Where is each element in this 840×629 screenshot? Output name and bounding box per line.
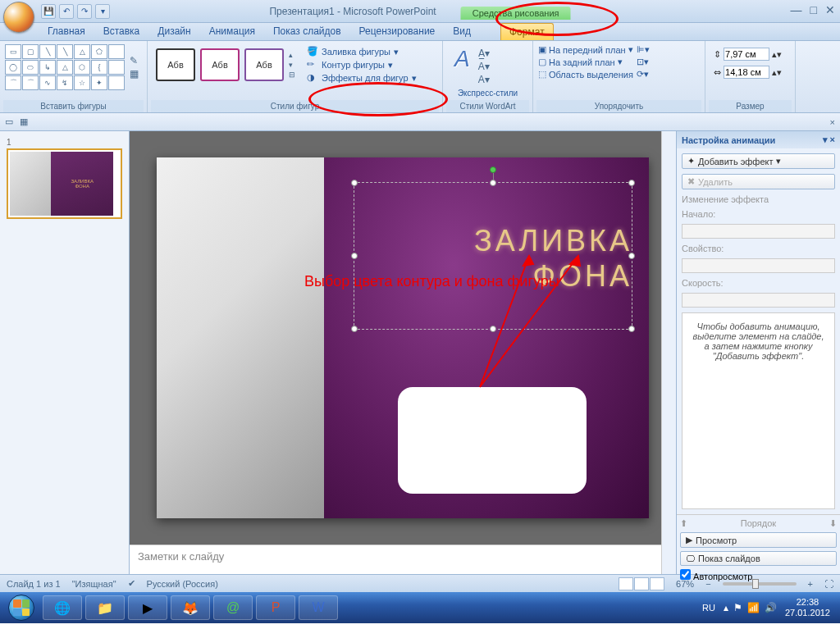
text-fill-icon[interactable]: A̲▾	[478, 48, 490, 59]
remove-effect-button[interactable]: ✖Удалить	[682, 174, 835, 189]
minimize-icon[interactable]: —	[791, 3, 802, 16]
zoom-in-icon[interactable]: +	[808, 579, 813, 589]
tray-flag-icon[interactable]: ⚑	[733, 602, 742, 613]
slide[interactable]: ЗАЛИВКА ФОНА Выбор цвета контура и фона …	[157, 157, 649, 518]
width-input[interactable]	[724, 66, 769, 79]
order-down-icon[interactable]: ⬇	[829, 518, 837, 529]
tab-review[interactable]: Рецензирование	[351, 23, 444, 40]
style-preset-2[interactable]: Абв	[200, 48, 240, 81]
shape-fill-button[interactable]: 🪣Заливка фигуры ▾	[307, 46, 417, 57]
gallery-more-icon[interactable]: ⊟	[289, 71, 295, 79]
slideshow-button[interactable]: 🖵 Показ слайдов	[680, 551, 837, 566]
taskbar-firefox-icon[interactable]: 🦊	[171, 595, 210, 620]
annotation-text: Выбор цвета контура и фона фигуры	[304, 272, 559, 291]
edit-shape-icon[interactable]: ✎	[130, 55, 139, 66]
anim-dropdown-icon[interactable]: ▾	[823, 134, 828, 144]
vertical-scrollbar[interactable]	[661, 131, 676, 574]
group-button[interactable]: ⊡▾	[637, 57, 650, 67]
notes-pane[interactable]: Заметки к слайду	[130, 545, 676, 574]
close-icon[interactable]: ✕	[825, 3, 835, 16]
ribbon-tabs: Главная Вставка Дизайн Анимация Показ сл…	[0, 23, 840, 41]
spellcheck-icon[interactable]: ✔	[128, 578, 135, 589]
anim-close-icon[interactable]: ×	[830, 134, 835, 144]
style-preset-1[interactable]: Абв	[156, 48, 195, 81]
undo-icon[interactable]: ↶	[59, 4, 74, 19]
qat-more-icon[interactable]: ▾	[95, 4, 110, 19]
ribbon: ▭▢╲╲△⬠ ◯⬭↳△⬡{ ⌒⌒∿↯☆✦ ✎ ▦ Вставить фигуры…	[0, 41, 840, 113]
speed-dropdown[interactable]	[682, 293, 835, 308]
tray-network-icon[interactable]: 📶	[747, 602, 760, 613]
group-label-shapes: Вставить фигуры	[3, 100, 144, 112]
outline-tab-icon[interactable]: ▭	[5, 116, 13, 127]
tab-insert[interactable]: Вставка	[95, 23, 148, 40]
zoom-value[interactable]: 67%	[676, 579, 694, 589]
height-field[interactable]: ⇕ ▴▾	[714, 48, 787, 61]
taskbar-mail-icon[interactable]: @	[213, 595, 253, 620]
send-back-button[interactable]: ▢На задний план ▾	[538, 57, 633, 67]
gallery-up-icon[interactable]: ▴	[289, 51, 295, 59]
group-label-wordart: Стили WordArt	[446, 100, 529, 112]
preview-button[interactable]: ▶ Просмотр	[680, 532, 837, 548]
group-label-arrange: Упорядочить	[536, 100, 701, 112]
anim-hint-text: Чтобы добавить анимацию, выделите элемен…	[682, 312, 835, 509]
slideshow-view-icon[interactable]	[650, 577, 664, 590]
save-icon[interactable]: 💾	[41, 4, 56, 19]
taskbar-explorer-icon[interactable]: 📁	[85, 595, 125, 620]
tray-clock[interactable]: 22:38 27.01.2012	[785, 597, 830, 618]
gallery-down-icon[interactable]: ▾	[289, 61, 295, 69]
tab-format[interactable]: Формат	[500, 23, 554, 40]
start-dropdown[interactable]	[682, 224, 835, 239]
zoom-slider[interactable]	[723, 582, 797, 586]
tab-animation[interactable]: Анимация	[201, 23, 263, 40]
taskbar-media-icon[interactable]: ▶	[128, 595, 167, 620]
order-up-icon[interactable]: ⬆	[680, 518, 687, 529]
text-effects-icon[interactable]: A▾	[478, 74, 490, 85]
add-effect-button[interactable]: ✦Добавить эффект ▾	[682, 153, 835, 169]
width-field[interactable]: ⇔ ▴▾	[714, 66, 787, 79]
taskbar-ie-icon[interactable]: 🌐	[43, 595, 82, 620]
shape-outline-button[interactable]: ✏Контур фигуры ▾	[307, 59, 417, 71]
tab-slideshow[interactable]: Показ слайдов	[265, 23, 349, 40]
taskbar-word-icon[interactable]: W	[299, 595, 338, 620]
selection-pane-button[interactable]: ⬚Область выделения	[538, 69, 633, 80]
tab-view[interactable]: Вид	[445, 23, 479, 40]
slide-editor: ЗАЛИВКА ФОНА Выбор цвета контура и фона …	[130, 131, 676, 574]
style-preset-3[interactable]: Абв	[244, 48, 284, 81]
tab-design[interactable]: Дизайн	[149, 23, 199, 40]
tray-lang[interactable]: RU	[702, 603, 715, 613]
sorter-view-icon[interactable]	[634, 577, 649, 590]
property-label: Свойство:	[682, 244, 835, 253]
height-input[interactable]	[724, 48, 769, 61]
text-outline-icon[interactable]: A▾	[478, 61, 490, 72]
bring-front-button[interactable]: ▣На передний план ▾	[538, 44, 633, 55]
rotate-button[interactable]: ⟳▾	[637, 69, 650, 80]
shape-effects-button[interactable]: ◑Эффекты для фигур ▾	[307, 72, 417, 84]
title-bar: 💾 ↶ ↷ ▾ Презентация1 - Microsoft PowerPo…	[0, 0, 840, 23]
office-button[interactable]	[3, 2, 34, 33]
align-button[interactable]: ⊫▾	[637, 44, 650, 55]
wordart-gallery[interactable]: A	[446, 43, 478, 85]
zoom-out-icon[interactable]: −	[705, 579, 710, 589]
tray-up-icon[interactable]: ▴	[724, 602, 728, 613]
tab-home[interactable]: Главная	[39, 23, 94, 40]
slide-thumbnail-1[interactable]: ЗАЛИВКА ФОНА	[7, 148, 122, 219]
property-dropdown[interactable]	[682, 258, 835, 273]
redo-icon[interactable]: ↷	[77, 4, 92, 19]
taskbar-powerpoint-icon[interactable]: P	[256, 595, 295, 620]
slide-right-panel: ЗАЛИВКА ФОНА	[324, 157, 649, 518]
shape-style-gallery[interactable]: Абв Абв Абв ▴ ▾ ⊟	[151, 43, 300, 86]
close-pane-icon[interactable]: ×	[830, 117, 835, 127]
window-title: Презентация1 - Microsoft PowerPoint	[269, 6, 436, 17]
maximize-icon[interactable]: □	[810, 3, 817, 16]
shapes-gallery[interactable]: ▭▢╲╲△⬠ ◯⬭↳△⬡{ ⌒⌒∿↯☆✦	[3, 43, 126, 92]
group-arrange: ▣На передний план ▾ ▢На задний план ▾ ⬚О…	[533, 41, 705, 112]
selection-icon: ⬚	[538, 69, 546, 80]
fit-window-icon[interactable]: ⛶	[824, 579, 833, 589]
language-status[interactable]: Русский (Россия)	[147, 579, 218, 589]
tray-volume-icon[interactable]: 🔊	[765, 602, 777, 613]
text-box-icon[interactable]: ▦	[130, 68, 139, 80]
start-button[interactable]	[3, 592, 39, 623]
slides-tab-icon[interactable]: ▦	[20, 116, 28, 127]
system-tray: RU ▴ ⚑ 📶 🔊 22:38 27.01.2012	[702, 597, 837, 618]
normal-view-icon[interactable]	[619, 577, 633, 590]
